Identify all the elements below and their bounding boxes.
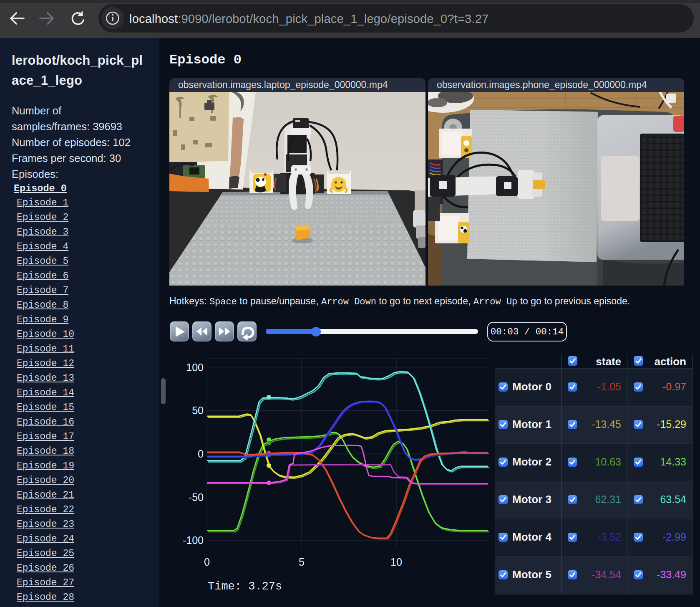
svg-text:-50: -50 (189, 491, 204, 503)
svg-text:Time: 3.27s: Time: 3.27s (208, 580, 282, 593)
svg-text:-100: -100 (183, 534, 204, 546)
svg-text:5: 5 (299, 556, 305, 568)
svg-text:50: 50 (192, 405, 204, 416)
svg-text:10: 10 (390, 556, 402, 568)
svg-text:0: 0 (198, 448, 204, 460)
svg-text:100: 100 (186, 362, 204, 373)
svg-text:0: 0 (204, 556, 210, 568)
